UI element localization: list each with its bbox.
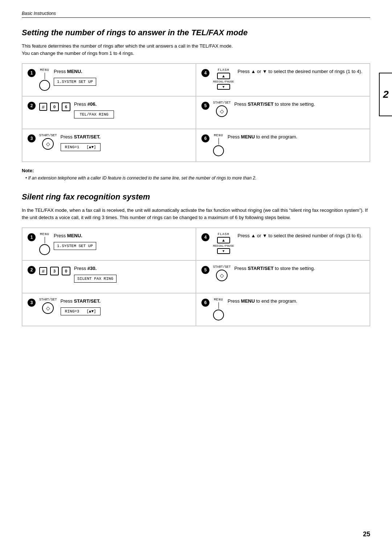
s2-step-3: 3 START/SET ◇ Press START/SET. RING=3 [▲… — [22, 293, 196, 326]
step-1: 1 MENU Press MENU. 1.SYSTEM SET UP — [22, 64, 196, 96]
step-number-4: 4 — [201, 69, 209, 77]
s2-step-4: 4 FLASH ▲ REDIAL/PAUSE ▼ Press ▲ or ▼ to… — [196, 228, 370, 261]
step-number-5: 5 — [201, 102, 209, 110]
section2-desc: In the TEL/FAX mode, when a fax call is … — [22, 207, 370, 221]
section2: Silent ring fax recognition system In th… — [22, 192, 370, 326]
step-5: 5 START/SET ◇ Press START/SET to store t… — [196, 96, 370, 129]
page-header: Basic Instructions — [22, 11, 370, 18]
note-text: • If an extension telephone with a calle… — [22, 175, 370, 181]
s2-step-number-1: 1 — [28, 233, 36, 241]
section1: Setting the number of rings to answer in… — [22, 28, 370, 181]
s2-step-5: 5 START/SET ◇ Press START/SET to store t… — [196, 261, 370, 293]
section1-note: Note: • If an extension telephone with a… — [22, 168, 370, 181]
s2-step-number-4: 4 — [201, 233, 209, 241]
s2-step-number-2: 2 — [28, 266, 36, 274]
s2-step-number-5: 5 — [201, 266, 209, 274]
step-number-6: 6 — [201, 134, 209, 142]
page-number: 25 — [363, 530, 370, 538]
s2-step-number-3: 3 — [28, 299, 36, 307]
s2-step-6: 6 MENU Press MENU to end the program. — [196, 293, 370, 326]
note-title: Note: — [22, 168, 370, 173]
s2-step-number-6: 6 — [201, 299, 209, 307]
page: Basic Instructions 2 Setting the number … — [0, 0, 392, 549]
section2-steps-grid: 1 MENU Press MENU. 1.SYSTEM SET UP — [22, 227, 370, 326]
step-number-1: 1 — [28, 69, 36, 77]
step-2: 2 # 0 6 Press #06. TEL/FAX RING — [22, 96, 196, 129]
step-number-2: 2 — [28, 102, 36, 110]
section1-steps-grid: 1 MENU Press MENU. 1.SYSTEM SET UP — [22, 63, 370, 162]
s2-step-1: 1 MENU Press MENU. 1.SYSTEM SET UP — [22, 228, 196, 261]
step-4: 4 FLASH ▲ REDIAL/PAUSE ▼ Press ▲ or ▼ to… — [196, 64, 370, 96]
side-tab: 2 — [379, 73, 392, 116]
section1-desc1: This feature determines the number of ri… — [22, 43, 370, 57]
step-3: 3 START/SET ◇ Press START/SET. RING=1 [▲… — [22, 129, 196, 162]
step-6: 6 MENU Press MENU to end the program. — [196, 129, 370, 162]
step-number-3: 3 — [28, 134, 36, 142]
section2-title: Silent ring fax recognition system — [22, 192, 370, 202]
section1-title: Setting the number of rings to answer in… — [22, 28, 370, 37]
s2-step-2: 2 # 3 0 Press #30. SILENT FAX RING — [22, 261, 196, 293]
header-label: Basic Instructions — [22, 11, 56, 16]
